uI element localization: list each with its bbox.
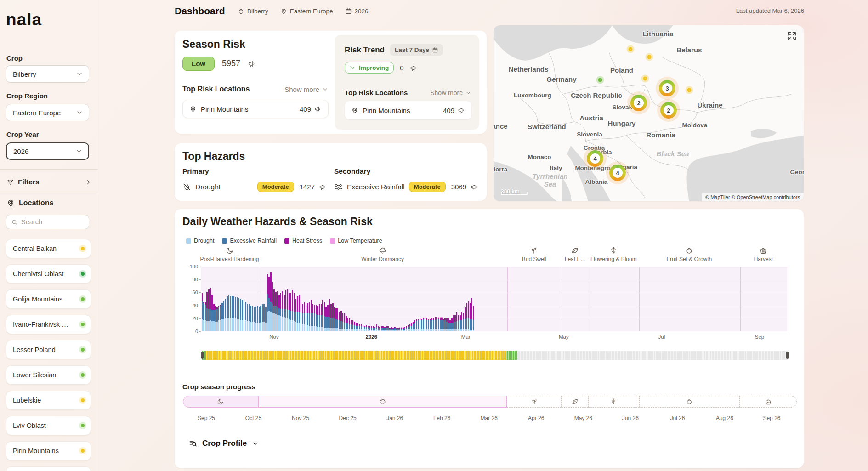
map-cluster-marker[interactable]: 3 xyxy=(659,80,675,96)
crop-region-select[interactable]: Eastern Europe xyxy=(6,104,89,121)
top-risk-locations-label: Top Risk Locations xyxy=(182,85,250,93)
season-segment[interactable] xyxy=(507,396,562,408)
location-item[interactable]: Golija Mountains xyxy=(6,289,91,309)
chart-bar xyxy=(465,307,466,331)
location-item[interactable]: Lower Silesian xyxy=(6,365,91,385)
chart-bar xyxy=(213,304,215,331)
map-cluster-marker[interactable]: 4 xyxy=(587,150,603,167)
season-segment[interactable] xyxy=(740,396,797,408)
show-more-button[interactable]: Show more xyxy=(430,89,471,96)
fullscreen-icon[interactable] xyxy=(786,31,797,42)
location-item[interactable]: Lviv Oblast xyxy=(6,416,91,435)
period-badge[interactable]: Last 7 Days xyxy=(390,44,443,56)
location-name: Golija Mountains xyxy=(13,295,62,303)
chart-bar xyxy=(359,324,360,331)
map-panel[interactable]: LithuaniaBelarusNetherlandsPolandGermany… xyxy=(494,25,804,201)
crop-select[interactable]: Bilberry xyxy=(6,65,89,83)
chart-bar xyxy=(309,302,310,331)
megaphone-icon[interactable] xyxy=(458,107,465,114)
strip-handle-right[interactable] xyxy=(786,352,789,359)
chart-bar xyxy=(278,295,280,331)
location-name: Lubelskie xyxy=(13,397,41,404)
strip-handle-left[interactable] xyxy=(201,352,204,359)
megaphone-icon[interactable] xyxy=(314,105,322,113)
season-segment[interactable] xyxy=(258,396,507,408)
location-item[interactable]: Ivano-Frankivsk … xyxy=(6,315,91,334)
chart-bar xyxy=(215,306,216,331)
leaf-icon xyxy=(571,246,579,255)
crop-year-select[interactable]: 2026 xyxy=(6,142,89,160)
season-risk-title: Season Risk xyxy=(182,38,245,51)
map-location-marker[interactable] xyxy=(643,77,647,81)
megaphone-icon[interactable] xyxy=(471,183,478,191)
map-cluster-marker[interactable]: 2 xyxy=(660,102,677,119)
chart-bar xyxy=(451,318,453,331)
season-segment[interactable] xyxy=(588,396,639,408)
location-item[interactable]: Pirin Mountains xyxy=(6,441,91,460)
chart-bar xyxy=(411,323,412,331)
season-segment[interactable] xyxy=(183,396,258,408)
page-title: Dashboard xyxy=(175,6,225,17)
berry-icon xyxy=(685,246,693,255)
chart-bar xyxy=(240,299,241,331)
sidebar: nala Crop Bilberry Crop Region Eastern E… xyxy=(0,0,98,471)
y-axis-label: 20 xyxy=(185,316,198,321)
chart-bar xyxy=(391,327,392,331)
chart-legend: DroughtExcessive RainfallHeat StressLow … xyxy=(186,238,382,244)
phase-label: Post-Harvest Hardening xyxy=(200,256,259,262)
chart-bar xyxy=(202,293,203,331)
season-segment[interactable] xyxy=(639,396,740,408)
top-risk-location-row[interactable]: Pirin Mountains 409 xyxy=(345,101,471,119)
chart-bar xyxy=(252,306,253,331)
calendar-icon xyxy=(345,8,352,15)
chart-bar xyxy=(438,317,439,331)
location-item[interactable]: Podlaskie xyxy=(6,466,91,471)
x-axis-label: 2026 xyxy=(366,334,378,340)
chart-plot xyxy=(201,267,787,331)
chart-bar xyxy=(416,319,417,331)
season-month-label: Sep 25 xyxy=(198,415,215,421)
chart-title: Daily Weather Hazards & Season Risk xyxy=(182,216,373,228)
chart-bar xyxy=(392,328,394,331)
chart-bar xyxy=(366,325,367,331)
season-month-label: Feb 26 xyxy=(433,415,450,421)
megaphone-icon[interactable] xyxy=(319,183,326,191)
location-item[interactable]: Central Balkan xyxy=(6,239,91,258)
chart-bar xyxy=(373,326,374,331)
top-risk-location-row[interactable]: Pirin Mountains 409 xyxy=(182,100,329,118)
phase-label: Harvest xyxy=(754,256,773,262)
megaphone-icon[interactable] xyxy=(410,64,417,72)
map-cluster-marker[interactable]: 2 xyxy=(630,95,647,111)
map-location-marker[interactable] xyxy=(598,78,602,82)
megaphone-icon[interactable] xyxy=(248,60,256,68)
risk-location-count: 409 xyxy=(300,105,311,113)
funnel-icon xyxy=(6,178,14,186)
sprout-icon xyxy=(531,398,538,405)
status-ring-icon xyxy=(81,398,85,402)
location-item[interactable]: Chernivtsi Oblast xyxy=(6,264,91,284)
map-location-marker[interactable] xyxy=(647,55,652,59)
location-item[interactable]: Lesser Poland xyxy=(6,340,91,359)
chart-bar xyxy=(413,322,414,331)
map-location-marker[interactable] xyxy=(687,88,692,92)
risk-timeline-strip[interactable] xyxy=(202,351,788,360)
show-more-button[interactable]: Show more xyxy=(284,85,329,93)
locations-search[interactable] xyxy=(6,215,89,229)
location-item[interactable]: Lubelskie xyxy=(6,391,91,410)
chart-bar xyxy=(259,307,260,331)
y-axis-tick xyxy=(199,292,201,293)
crop-profile-button[interactable]: Crop Profile xyxy=(188,439,259,448)
flower-icon xyxy=(609,246,618,255)
search-input[interactable] xyxy=(21,218,76,226)
map-location-marker[interactable] xyxy=(629,47,633,51)
chart-bar xyxy=(448,318,449,331)
chart-bar xyxy=(337,308,339,331)
chart-bar xyxy=(247,304,248,331)
chart-bar xyxy=(435,317,436,331)
gridline xyxy=(201,280,787,280)
map-cluster-marker[interactable]: 4 xyxy=(609,165,626,181)
season-segment[interactable] xyxy=(562,396,588,408)
filters-button[interactable]: Filters xyxy=(6,176,92,188)
chart-bar xyxy=(431,318,432,331)
chart-bar xyxy=(330,304,332,331)
